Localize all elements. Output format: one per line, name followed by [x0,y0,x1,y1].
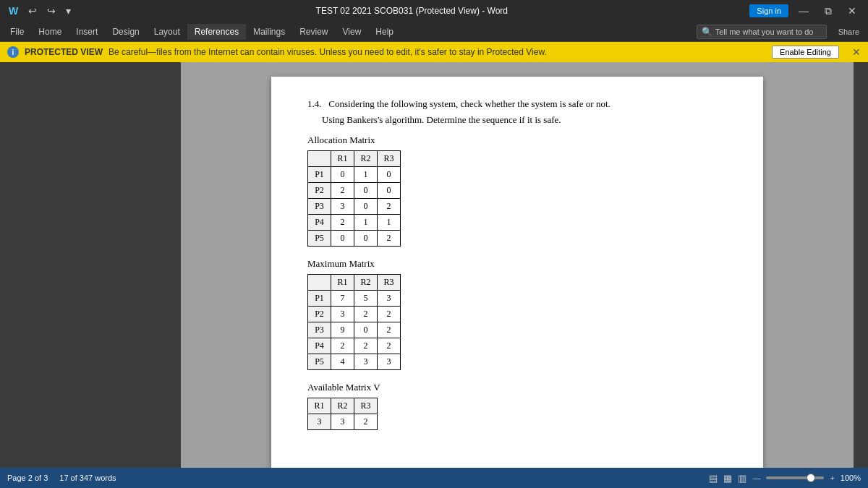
protected-view-bar: i PROTECTED VIEW Be careful—files from t… [0,42,868,62]
zoom-percent: 100% [841,474,861,482]
print-layout-icon[interactable]: ▤ [709,473,718,484]
tab-help[interactable]: Help [368,24,401,40]
tab-layout[interactable]: Layout [147,24,187,40]
avail-header-r3: R3 [354,398,378,414]
document-page: 1.4. Considering the following system, c… [271,77,763,468]
sub-text: Using Bankers's algorithm. Determine the… [307,114,727,126]
table-row: P1753 [308,291,401,307]
alloc-header-r3: R3 [378,151,401,167]
web-layout-icon[interactable]: ▦ [723,473,732,484]
maximum-matrix-label: Maximum Matrix [307,258,727,270]
tab-insert[interactable]: Insert [69,24,105,40]
maximize-button[interactable]: ⧉ [819,2,838,20]
zoom-slider[interactable] [766,476,824,479]
table-row: P5433 [308,354,401,370]
question-number: 1.4. Considering the following system, c… [307,98,727,110]
customize-button[interactable]: ▾ [63,4,74,18]
enable-editing-button[interactable]: Enable Editing [772,46,839,59]
avail-header-r2: R2 [331,398,354,414]
word-icon: W [6,4,21,18]
available-matrix: R1 R2 R3 332 [307,398,378,430]
protected-view-label: PROTECTED VIEW [25,47,103,57]
zoom-thumb [807,474,815,482]
info-icon: i [7,46,19,58]
sign-in-button[interactable]: Sign in [749,4,788,17]
title-bar-right: Sign in — ⧉ ✕ [749,2,862,20]
read-mode-icon[interactable]: ▥ [738,473,746,484]
max-header-r1: R1 [331,275,354,291]
alloc-header-r1: R1 [331,151,354,167]
tell-me-bar[interactable]: 🔍 Tell me what you want to do [697,25,827,39]
table-row: P4211 [308,215,401,231]
word-count: 17 of 347 words [59,474,116,482]
max-header-r3: R3 [378,275,401,291]
tab-file[interactable]: File [3,24,31,40]
tab-home[interactable]: Home [31,24,69,40]
page-indicator: Page 2 of 3 [7,474,48,482]
document-area[interactable]: 1.4. Considering the following system, c… [181,62,854,468]
table-row: P3302 [308,199,401,215]
search-icon: 🔍 [702,27,712,37]
zoom-in-button[interactable]: + [830,474,834,482]
close-button[interactable]: ✕ [842,2,862,20]
max-header-r2: R2 [354,275,378,291]
protected-bar-close[interactable]: ✕ [852,46,861,58]
minimize-button[interactable]: — [793,2,814,20]
title-bar: W ↩ ↪ ▾ TEST 02 2021 SCOB031 (Protected … [0,0,868,22]
allocation-matrix-label: Allocation Matrix [307,134,727,146]
undo-button[interactable]: ↩ [25,4,40,18]
redo-button[interactable]: ↪ [44,4,59,18]
tab-design[interactable]: Design [105,24,146,40]
status-bar: Page 2 of 3 17 of 347 words ▤ ▦ ▥ — + 10… [0,468,868,488]
maximum-matrix: R1 R2 R3 P1753 P2322 P3902 P4222 P5433 [307,274,401,370]
alloc-header-r2: R2 [354,151,378,167]
ribbon: File Home Insert Design Layout Reference… [0,22,868,42]
window-title: TEST 02 2021 SCOB031 (Protected View) - … [316,6,508,16]
share-button[interactable]: Share [833,26,865,38]
tab-view[interactable]: View [336,24,369,40]
table-row: P5002 [308,231,401,247]
available-matrix-label: Available Matrix V [307,382,727,393]
protected-view-text: Be careful—files from the Internet can c… [109,47,547,57]
left-sidebar [0,62,181,468]
table-row: P1010 [308,167,401,183]
tab-references[interactable]: References [187,24,246,40]
main-area: 1.4. Considering the following system, c… [0,62,868,468]
tell-me-text: Tell me what you want to do [715,27,814,36]
table-row: 332 [308,414,378,430]
title-bar-left: W ↩ ↪ ▾ [6,4,74,18]
table-row: P4222 [308,338,401,354]
tab-review[interactable]: Review [292,24,335,40]
table-row: P3902 [308,322,401,338]
allocation-matrix: R1 R2 R3 P1010 P2200 P3302 P4211 P5002 [307,150,401,247]
right-sidebar [854,62,868,468]
title-bar-center: TEST 02 2021 SCOB031 (Protected View) - … [74,6,749,16]
table-row: P2322 [308,307,401,322]
table-row: P2200 [308,183,401,199]
avail-header-r1: R1 [308,398,331,414]
tab-mailings[interactable]: Mailings [246,24,292,40]
zoom-out-button[interactable]: — [752,474,760,482]
status-bar-right: ▤ ▦ ▥ — + 100% [709,473,861,484]
